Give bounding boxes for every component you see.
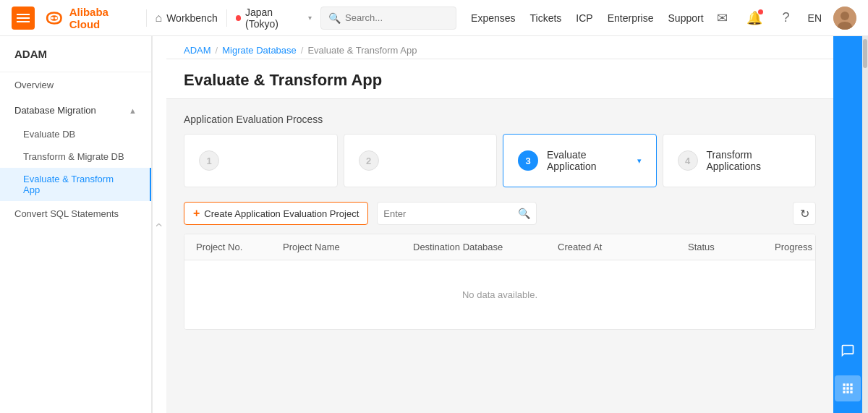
chevron-down-icon: ▾ bbox=[308, 14, 312, 22]
alibaba-cloud-logo[interactable]: Alibaba Cloud bbox=[43, 6, 137, 30]
region-dot bbox=[236, 15, 241, 21]
col-destination-db: Destination Database bbox=[413, 242, 558, 252]
avatar[interactable] bbox=[833, 7, 856, 30]
search-icon: 🔍 bbox=[328, 12, 341, 24]
breadcrumb-adam[interactable]: ADAM bbox=[184, 45, 211, 56]
refresh-button[interactable]: ↻ bbox=[793, 202, 816, 225]
svg-rect-2 bbox=[55, 17, 58, 19]
step-label-4: Transform Applications bbox=[707, 149, 801, 172]
search-input[interactable] bbox=[345, 12, 448, 23]
hamburger-icon bbox=[17, 17, 30, 19]
nav-divider-2 bbox=[226, 9, 227, 27]
nav-right: ✉ 🔔 ? EN bbox=[712, 7, 856, 30]
svg-point-4 bbox=[841, 12, 849, 20]
step-num-4: 4 bbox=[678, 150, 698, 171]
enterprise-link[interactable]: Enterprise bbox=[608, 12, 654, 24]
col-project-no: Project No. bbox=[196, 242, 283, 252]
chat-icon bbox=[841, 344, 855, 358]
process-section-label: Application Evaluation Process bbox=[184, 114, 816, 125]
toolbar: + Create Application Evaluation Project … bbox=[184, 202, 816, 225]
mail-button[interactable]: ✉ bbox=[712, 8, 733, 28]
collapse-icon: ‹ bbox=[152, 223, 167, 227]
col-progress: Progress bbox=[775, 242, 816, 252]
create-btn-label: Create Application Evaluation Project bbox=[204, 208, 359, 219]
region-label: Japan (Tokyo) bbox=[245, 7, 304, 30]
sidebar-item-convert-sql[interactable]: Convert SQL Statements bbox=[0, 201, 151, 226]
page-title: Evaluate & Transform App bbox=[184, 71, 816, 90]
step-card-2: 2 bbox=[344, 134, 498, 187]
step-num-3: 3 bbox=[518, 150, 538, 171]
sidebar-item-evaluate-db[interactable]: Evaluate DB bbox=[0, 123, 151, 145]
col-status: Status bbox=[688, 242, 775, 252]
step-label-3: Evaluate Application bbox=[547, 149, 627, 172]
project-search-input[interactable] bbox=[383, 208, 514, 219]
step-card-1: 1 bbox=[184, 134, 338, 187]
workbench-link[interactable]: ⌂ Workbench bbox=[155, 12, 217, 25]
breadcrumb-migrate-database[interactable]: Migrate Database bbox=[222, 45, 297, 56]
hamburger-menu[interactable] bbox=[12, 7, 35, 30]
col-created-at: Created At bbox=[558, 242, 688, 252]
language-button[interactable]: EN bbox=[808, 12, 822, 24]
breadcrumb-sep-1: / bbox=[216, 45, 218, 56]
notification-dot bbox=[758, 9, 763, 14]
table-header: Project No. Project Name Destination Dat… bbox=[184, 234, 815, 260]
step-num-1: 1 bbox=[199, 150, 219, 171]
main-content: ADAM / Migrate Database / Evaluate & Tra… bbox=[166, 36, 833, 413]
breadcrumb: ADAM / Migrate Database / Evaluate & Tra… bbox=[166, 36, 833, 59]
step-arrow-icon: ▾ bbox=[637, 156, 642, 166]
page-header: Evaluate & Transform App bbox=[166, 59, 833, 99]
top-navigation: Alibaba Cloud ⌂ Workbench Japan (Tokyo) … bbox=[0, 0, 868, 36]
help-button[interactable]: ? bbox=[776, 8, 796, 28]
scroll-thumb[interactable] bbox=[863, 39, 867, 68]
content-area: Application Evaluation Process 1 2 bbox=[166, 99, 833, 413]
sidebar-item-overview[interactable]: Overview bbox=[0, 72, 151, 98]
chevron-up-icon: ▲ bbox=[129, 106, 137, 115]
search-icon: 🔍 bbox=[518, 208, 530, 219]
breadcrumb-sep-2: / bbox=[301, 45, 304, 56]
sidebar: ADAM Overview Database Migration ▲ Evalu… bbox=[0, 36, 152, 413]
avatar-image bbox=[833, 7, 856, 30]
sidebar-item-transform-migrate-db[interactable]: Transform & Migrate DB bbox=[0, 145, 151, 168]
tickets-link[interactable]: Tickets bbox=[530, 12, 562, 24]
col-project-name: Project Name bbox=[283, 242, 413, 252]
notification-button[interactable]: 🔔 bbox=[744, 8, 765, 28]
search-bar[interactable]: 🔍 bbox=[320, 7, 456, 30]
sidebar-toggle[interactable]: ‹ bbox=[152, 36, 166, 413]
nav-links: Expenses Tickets ICP Enterprise Support bbox=[471, 12, 704, 24]
logo-svg bbox=[43, 7, 65, 30]
step-card-4: 4 Transform Applications bbox=[663, 134, 817, 187]
region-selector[interactable]: Japan (Tokyo) ▾ bbox=[236, 7, 312, 30]
breadcrumb-current: Evaluate & Transform App bbox=[307, 45, 417, 56]
sidebar-section-label: Database Migration bbox=[14, 105, 96, 116]
apps-icon bbox=[841, 381, 855, 396]
sidebar-section-db-migration[interactable]: Database Migration ▲ bbox=[0, 98, 151, 123]
table-empty-state: No data available. bbox=[184, 260, 815, 329]
create-project-button[interactable]: + Create Application Evaluation Project bbox=[184, 202, 368, 225]
sidebar-brand: ADAM bbox=[0, 36, 151, 72]
project-search-bar[interactable]: 🔍 bbox=[377, 202, 537, 225]
house-icon: ⌂ bbox=[155, 12, 162, 25]
support-link[interactable]: Support bbox=[668, 12, 704, 24]
apps-button[interactable] bbox=[835, 375, 861, 401]
process-steps: 1 2 3 Evaluate Application ▾ bbox=[184, 134, 816, 187]
icp-link[interactable]: ICP bbox=[576, 12, 592, 24]
workbench-label: Workbench bbox=[166, 12, 218, 24]
projects-table: Project No. Project Name Destination Dat… bbox=[184, 234, 816, 330]
scrollbar[interactable] bbox=[862, 36, 868, 413]
sidebar-item-evaluate-transform-app[interactable]: Evaluate & Transform App bbox=[0, 168, 151, 201]
expenses-link[interactable]: Expenses bbox=[471, 12, 515, 24]
step-num-2: 2 bbox=[359, 150, 379, 171]
right-panel bbox=[833, 36, 862, 413]
svg-rect-1 bbox=[51, 17, 54, 19]
chat-button[interactable] bbox=[835, 338, 861, 364]
refresh-icon: ↻ bbox=[800, 207, 809, 221]
plus-icon: + bbox=[193, 207, 200, 220]
step-card-3: 3 Evaluate Application ▾ bbox=[503, 134, 657, 187]
nav-divider bbox=[146, 9, 147, 27]
